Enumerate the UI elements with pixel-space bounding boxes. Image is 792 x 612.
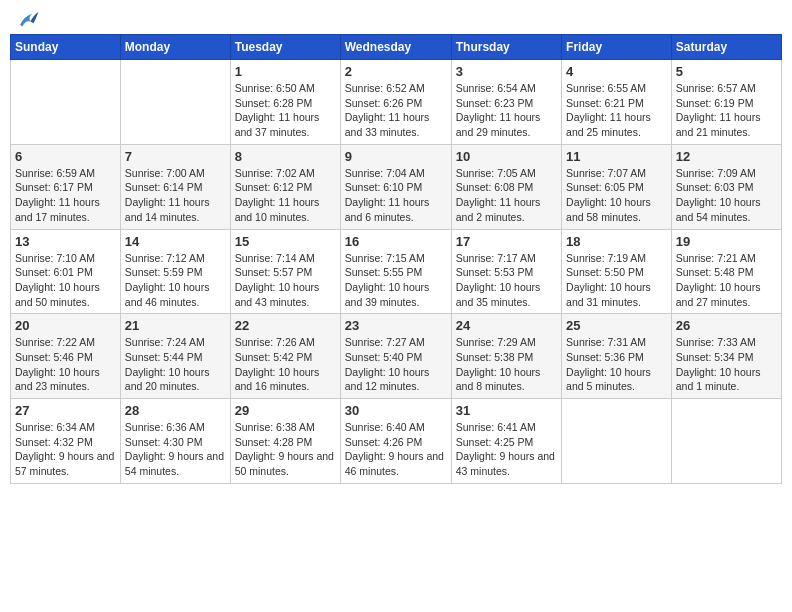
calendar-cell: 16Sunrise: 7:15 AM Sunset: 5:55 PM Dayli… bbox=[340, 229, 451, 314]
day-number: 1 bbox=[235, 64, 336, 79]
day-number: 17 bbox=[456, 234, 557, 249]
calendar-cell: 31Sunrise: 6:41 AM Sunset: 4:25 PM Dayli… bbox=[451, 399, 561, 484]
calendar-week-4: 20Sunrise: 7:22 AM Sunset: 5:46 PM Dayli… bbox=[11, 314, 782, 399]
day-number: 31 bbox=[456, 403, 557, 418]
day-number: 3 bbox=[456, 64, 557, 79]
day-info: Sunrise: 7:29 AM Sunset: 5:38 PM Dayligh… bbox=[456, 335, 557, 394]
logo bbox=[14, 10, 40, 26]
logo-bird-icon bbox=[16, 10, 40, 30]
day-info: Sunrise: 6:50 AM Sunset: 6:28 PM Dayligh… bbox=[235, 81, 336, 140]
day-info: Sunrise: 7:00 AM Sunset: 6:14 PM Dayligh… bbox=[125, 166, 226, 225]
day-number: 6 bbox=[15, 149, 116, 164]
day-info: Sunrise: 7:09 AM Sunset: 6:03 PM Dayligh… bbox=[676, 166, 777, 225]
day-number: 11 bbox=[566, 149, 667, 164]
day-number: 27 bbox=[15, 403, 116, 418]
calendar-table: SundayMondayTuesdayWednesdayThursdayFrid… bbox=[10, 34, 782, 484]
day-number: 10 bbox=[456, 149, 557, 164]
calendar-cell: 23Sunrise: 7:27 AM Sunset: 5:40 PM Dayli… bbox=[340, 314, 451, 399]
calendar-cell: 6Sunrise: 6:59 AM Sunset: 6:17 PM Daylig… bbox=[11, 144, 121, 229]
calendar-cell: 20Sunrise: 7:22 AM Sunset: 5:46 PM Dayli… bbox=[11, 314, 121, 399]
day-info: Sunrise: 7:04 AM Sunset: 6:10 PM Dayligh… bbox=[345, 166, 447, 225]
calendar-cell bbox=[11, 60, 121, 145]
day-info: Sunrise: 6:54 AM Sunset: 6:23 PM Dayligh… bbox=[456, 81, 557, 140]
day-number: 24 bbox=[456, 318, 557, 333]
calendar-week-5: 27Sunrise: 6:34 AM Sunset: 4:32 PM Dayli… bbox=[11, 399, 782, 484]
day-header-monday: Monday bbox=[120, 35, 230, 60]
day-info: Sunrise: 7:33 AM Sunset: 5:34 PM Dayligh… bbox=[676, 335, 777, 394]
calendar-cell: 21Sunrise: 7:24 AM Sunset: 5:44 PM Dayli… bbox=[120, 314, 230, 399]
calendar-cell: 27Sunrise: 6:34 AM Sunset: 4:32 PM Dayli… bbox=[11, 399, 121, 484]
calendar-cell: 24Sunrise: 7:29 AM Sunset: 5:38 PM Dayli… bbox=[451, 314, 561, 399]
calendar-cell: 19Sunrise: 7:21 AM Sunset: 5:48 PM Dayli… bbox=[671, 229, 781, 314]
day-info: Sunrise: 7:26 AM Sunset: 5:42 PM Dayligh… bbox=[235, 335, 336, 394]
day-number: 25 bbox=[566, 318, 667, 333]
calendar-cell: 5Sunrise: 6:57 AM Sunset: 6:19 PM Daylig… bbox=[671, 60, 781, 145]
day-header-tuesday: Tuesday bbox=[230, 35, 340, 60]
day-info: Sunrise: 7:15 AM Sunset: 5:55 PM Dayligh… bbox=[345, 251, 447, 310]
day-info: Sunrise: 6:57 AM Sunset: 6:19 PM Dayligh… bbox=[676, 81, 777, 140]
calendar-cell: 9Sunrise: 7:04 AM Sunset: 6:10 PM Daylig… bbox=[340, 144, 451, 229]
calendar-cell: 11Sunrise: 7:07 AM Sunset: 6:05 PM Dayli… bbox=[562, 144, 672, 229]
calendar-week-2: 6Sunrise: 6:59 AM Sunset: 6:17 PM Daylig… bbox=[11, 144, 782, 229]
calendar-cell bbox=[671, 399, 781, 484]
calendar-cell: 3Sunrise: 6:54 AM Sunset: 6:23 PM Daylig… bbox=[451, 60, 561, 145]
day-info: Sunrise: 7:07 AM Sunset: 6:05 PM Dayligh… bbox=[566, 166, 667, 225]
day-info: Sunrise: 7:10 AM Sunset: 6:01 PM Dayligh… bbox=[15, 251, 116, 310]
calendar-cell: 15Sunrise: 7:14 AM Sunset: 5:57 PM Dayli… bbox=[230, 229, 340, 314]
day-info: Sunrise: 6:59 AM Sunset: 6:17 PM Dayligh… bbox=[15, 166, 116, 225]
day-info: Sunrise: 6:55 AM Sunset: 6:21 PM Dayligh… bbox=[566, 81, 667, 140]
day-info: Sunrise: 6:41 AM Sunset: 4:25 PM Dayligh… bbox=[456, 420, 557, 479]
calendar-cell: 17Sunrise: 7:17 AM Sunset: 5:53 PM Dayli… bbox=[451, 229, 561, 314]
day-number: 9 bbox=[345, 149, 447, 164]
page-header bbox=[10, 10, 782, 26]
calendar-cell: 22Sunrise: 7:26 AM Sunset: 5:42 PM Dayli… bbox=[230, 314, 340, 399]
calendar-header: SundayMondayTuesdayWednesdayThursdayFrid… bbox=[11, 35, 782, 60]
day-info: Sunrise: 6:52 AM Sunset: 6:26 PM Dayligh… bbox=[345, 81, 447, 140]
calendar-cell: 1Sunrise: 6:50 AM Sunset: 6:28 PM Daylig… bbox=[230, 60, 340, 145]
day-info: Sunrise: 7:14 AM Sunset: 5:57 PM Dayligh… bbox=[235, 251, 336, 310]
calendar-cell: 29Sunrise: 6:38 AM Sunset: 4:28 PM Dayli… bbox=[230, 399, 340, 484]
day-info: Sunrise: 7:17 AM Sunset: 5:53 PM Dayligh… bbox=[456, 251, 557, 310]
day-info: Sunrise: 7:12 AM Sunset: 5:59 PM Dayligh… bbox=[125, 251, 226, 310]
calendar-cell: 13Sunrise: 7:10 AM Sunset: 6:01 PM Dayli… bbox=[11, 229, 121, 314]
calendar-cell: 12Sunrise: 7:09 AM Sunset: 6:03 PM Dayli… bbox=[671, 144, 781, 229]
day-info: Sunrise: 6:40 AM Sunset: 4:26 PM Dayligh… bbox=[345, 420, 447, 479]
calendar-cell: 28Sunrise: 6:36 AM Sunset: 4:30 PM Dayli… bbox=[120, 399, 230, 484]
day-number: 18 bbox=[566, 234, 667, 249]
calendar-cell: 4Sunrise: 6:55 AM Sunset: 6:21 PM Daylig… bbox=[562, 60, 672, 145]
day-number: 13 bbox=[15, 234, 116, 249]
day-header-sunday: Sunday bbox=[11, 35, 121, 60]
day-header-thursday: Thursday bbox=[451, 35, 561, 60]
day-number: 14 bbox=[125, 234, 226, 249]
day-number: 23 bbox=[345, 318, 447, 333]
day-number: 20 bbox=[15, 318, 116, 333]
day-info: Sunrise: 6:36 AM Sunset: 4:30 PM Dayligh… bbox=[125, 420, 226, 479]
day-info: Sunrise: 7:31 AM Sunset: 5:36 PM Dayligh… bbox=[566, 335, 667, 394]
calendar-cell bbox=[562, 399, 672, 484]
day-info: Sunrise: 7:22 AM Sunset: 5:46 PM Dayligh… bbox=[15, 335, 116, 394]
day-number: 30 bbox=[345, 403, 447, 418]
day-number: 22 bbox=[235, 318, 336, 333]
day-info: Sunrise: 7:21 AM Sunset: 5:48 PM Dayligh… bbox=[676, 251, 777, 310]
calendar-cell: 2Sunrise: 6:52 AM Sunset: 6:26 PM Daylig… bbox=[340, 60, 451, 145]
day-number: 16 bbox=[345, 234, 447, 249]
day-number: 7 bbox=[125, 149, 226, 164]
calendar-cell: 7Sunrise: 7:00 AM Sunset: 6:14 PM Daylig… bbox=[120, 144, 230, 229]
calendar-cell: 30Sunrise: 6:40 AM Sunset: 4:26 PM Dayli… bbox=[340, 399, 451, 484]
day-number: 29 bbox=[235, 403, 336, 418]
calendar-cell bbox=[120, 60, 230, 145]
day-info: Sunrise: 7:02 AM Sunset: 6:12 PM Dayligh… bbox=[235, 166, 336, 225]
day-info: Sunrise: 6:34 AM Sunset: 4:32 PM Dayligh… bbox=[15, 420, 116, 479]
calendar-week-3: 13Sunrise: 7:10 AM Sunset: 6:01 PM Dayli… bbox=[11, 229, 782, 314]
calendar-cell: 14Sunrise: 7:12 AM Sunset: 5:59 PM Dayli… bbox=[120, 229, 230, 314]
day-header-friday: Friday bbox=[562, 35, 672, 60]
day-number: 5 bbox=[676, 64, 777, 79]
day-header-wednesday: Wednesday bbox=[340, 35, 451, 60]
day-number: 28 bbox=[125, 403, 226, 418]
calendar-cell: 26Sunrise: 7:33 AM Sunset: 5:34 PM Dayli… bbox=[671, 314, 781, 399]
day-info: Sunrise: 7:05 AM Sunset: 6:08 PM Dayligh… bbox=[456, 166, 557, 225]
day-number: 12 bbox=[676, 149, 777, 164]
day-number: 26 bbox=[676, 318, 777, 333]
day-number: 2 bbox=[345, 64, 447, 79]
calendar-cell: 18Sunrise: 7:19 AM Sunset: 5:50 PM Dayli… bbox=[562, 229, 672, 314]
